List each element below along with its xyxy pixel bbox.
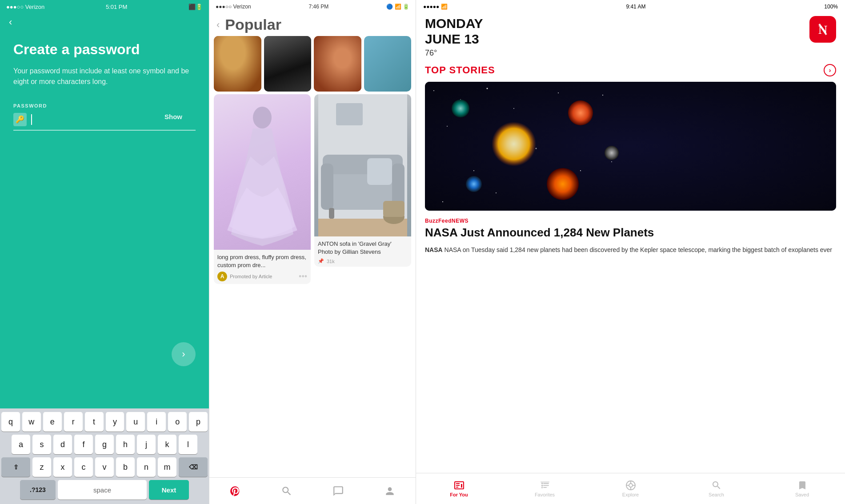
key-u[interactable]: u xyxy=(126,412,145,432)
key-numbers[interactable]: .?123 xyxy=(20,480,56,500)
time-2: 7:46 PM xyxy=(309,4,329,10)
key-d[interactable]: d xyxy=(53,435,72,454)
nav-pinterest-profile[interactable] xyxy=(384,485,396,497)
thumbnail-little-girls[interactable]: Little Girls xyxy=(214,36,261,92)
for-you-label: For You xyxy=(450,492,468,497)
nav-saved[interactable]: Saved xyxy=(787,480,818,497)
nav-pinterest-search[interactable] xyxy=(281,485,292,497)
svg-point-23 xyxy=(558,92,559,93)
password-description: Your password must include at least one … xyxy=(13,66,196,87)
status-bar-1: ●●●○○ Verizon 5:01 PM ⬛🔋 xyxy=(0,0,209,12)
card-prom-dress[interactable]: long prom dress, fluffy prom dress, cust… xyxy=(214,94,311,284)
thumbnail-row: Little Girls Harry Styles Airstream xyxy=(209,36,416,92)
lock-icon: 🔑 xyxy=(13,113,27,126)
key-b[interactable]: b xyxy=(116,457,135,477)
key-s[interactable]: s xyxy=(32,435,51,454)
key-g[interactable]: g xyxy=(95,435,114,454)
svg-point-25 xyxy=(602,95,603,96)
cursor-blink xyxy=(31,114,32,125)
key-q[interactable]: q xyxy=(1,412,20,432)
key-shift[interactable]: ⇧ xyxy=(1,457,30,477)
key-f[interactable]: f xyxy=(74,435,93,454)
svg-point-30 xyxy=(611,161,612,162)
key-o[interactable]: o xyxy=(168,412,187,432)
svg-point-27 xyxy=(473,170,474,171)
nav-pinterest-chat[interactable] xyxy=(332,485,344,497)
key-e[interactable]: e xyxy=(43,412,62,432)
key-t[interactable]: t xyxy=(85,412,104,432)
airstream-svg xyxy=(314,36,361,92)
key-v[interactable]: v xyxy=(95,457,114,477)
masonry-grid: long prom dress, fluffy prom dress, cust… xyxy=(209,94,416,477)
key-x[interactable]: x xyxy=(53,457,72,477)
key-i[interactable]: i xyxy=(147,412,166,432)
key-p[interactable]: p xyxy=(189,412,208,432)
nav-for-you[interactable]: For You xyxy=(444,480,475,497)
key-w[interactable]: w xyxy=(22,412,41,432)
svg-point-34 xyxy=(492,122,536,166)
key-backspace[interactable]: ⌫ xyxy=(179,457,208,477)
thumbnail-airstream[interactable]: Airstream xyxy=(314,36,361,92)
prom-dress-meta: A Promoted by Article ••• xyxy=(217,272,307,281)
svg-point-22 xyxy=(513,108,514,109)
key-a[interactable]: a xyxy=(12,435,30,454)
key-r[interactable]: r xyxy=(64,412,83,432)
back-button-1[interactable]: ‹ xyxy=(0,12,209,32)
key-k[interactable]: k xyxy=(158,435,176,454)
article-body: NASA NASA on Tuesday said 1,284 new plan… xyxy=(425,245,836,255)
apple-news-screen: ●●●●● 📶 9:41 AM 100% MONDAY JUNE 13 76° … xyxy=(416,0,845,504)
key-next[interactable]: Next xyxy=(149,480,189,500)
key-j[interactable]: j xyxy=(137,435,156,454)
back-button-2[interactable]: ‹ xyxy=(216,19,220,31)
article-source: BuzzFeedNEWS xyxy=(425,218,836,224)
carrier-1: ●●●○○ Verizon xyxy=(6,4,44,10)
key-c[interactable]: c xyxy=(74,457,93,477)
key-y[interactable]: y xyxy=(106,412,124,432)
card1-avatar: A xyxy=(217,272,227,281)
create-password-screen: ●●●○○ Verizon 5:01 PM ⬛🔋 ‹ Create a pass… xyxy=(0,0,209,504)
thumbnail-harry-styles[interactable]: Harry Styles xyxy=(264,36,312,92)
planets-visualization xyxy=(425,82,836,211)
carrier-3: ●●●●● 📶 xyxy=(423,4,448,10)
thumbnail-extra[interactable] xyxy=(364,36,412,92)
keyboard-row-1: q w e r t y u i o p xyxy=(1,412,208,432)
card-prom-dress-body: long prom dress, fluffy prom dress, cust… xyxy=(214,250,311,284)
favorites-label: Favorites xyxy=(535,492,555,497)
key-n[interactable]: n xyxy=(137,457,156,477)
harry-styles-svg xyxy=(264,36,312,92)
svg-rect-1 xyxy=(319,59,356,76)
card1-more[interactable]: ••• xyxy=(299,272,307,281)
keyboard: q w e r t y u i o p a s d f g h j k l ⇧ … xyxy=(0,408,209,504)
date-display: MONDAY JUNE 13 xyxy=(425,16,483,47)
svg-rect-12 xyxy=(367,158,392,185)
key-z[interactable]: z xyxy=(32,457,51,477)
nav-pinterest-home[interactable] xyxy=(229,485,241,497)
key-l[interactable]: l xyxy=(179,435,197,454)
svg-point-41 xyxy=(541,483,543,484)
hero-image[interactable] xyxy=(425,82,836,211)
news-bottom-nav: For You Favorites xyxy=(416,473,845,504)
svg-point-39 xyxy=(605,146,619,160)
status-bar-2: ●●●○○ Verizon 7:46 PM 🔵 📶 🔋 xyxy=(209,0,416,12)
save-icon: 📌 xyxy=(318,258,324,264)
section-arrow[interactable]: › xyxy=(824,64,836,76)
card-sofa[interactable]: ANTON sofa in 'Gravel Gray' Photo by Gil… xyxy=(314,94,411,267)
svg-point-0 xyxy=(279,44,296,63)
search-label: Search xyxy=(709,492,724,497)
key-h[interactable]: h xyxy=(116,435,135,454)
key-space[interactable]: space xyxy=(58,480,147,500)
show-password-button[interactable]: Show xyxy=(164,113,182,120)
svg-point-48 xyxy=(629,484,633,487)
svg-rect-45 xyxy=(543,487,547,488)
key-m[interactable]: m xyxy=(158,457,176,477)
next-circle-button[interactable]: › xyxy=(172,342,196,366)
svg-point-31 xyxy=(496,192,497,193)
nav-explore[interactable]: Explore xyxy=(615,480,646,497)
icons-2: 🔵 📶 🔋 xyxy=(386,4,409,10)
sofa-count: 31k xyxy=(327,259,335,264)
nav-favorites[interactable]: Favorites xyxy=(529,480,561,497)
nav-search[interactable]: Search xyxy=(701,480,732,497)
page-title-1: Create a password xyxy=(13,41,196,58)
article-headline[interactable]: NASA Just Announced 1,284 New Planets xyxy=(425,226,836,240)
svg-point-35 xyxy=(568,100,593,125)
